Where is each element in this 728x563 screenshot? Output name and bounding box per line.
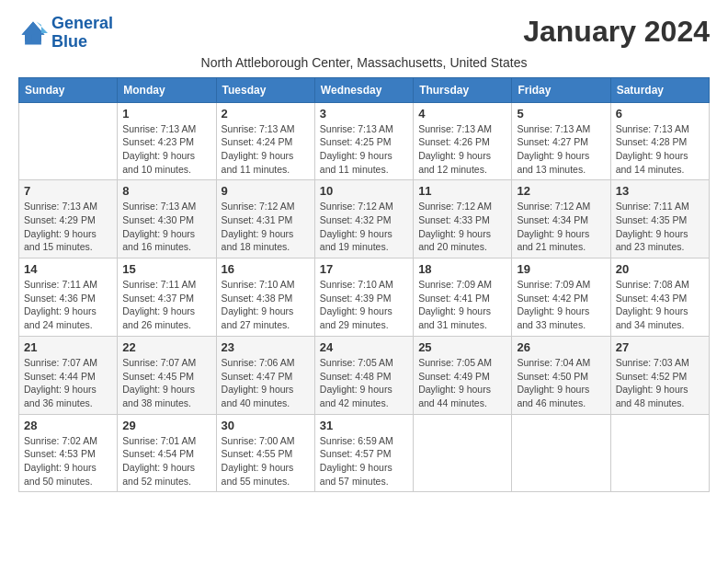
day-number: 4 bbox=[418, 107, 506, 121]
calendar-week-4: 21Sunrise: 7:07 AMSunset: 4:44 PMDayligh… bbox=[19, 336, 710, 414]
calendar-body: 1Sunrise: 7:13 AMSunset: 4:23 PMDaylight… bbox=[19, 102, 710, 492]
day-detail: Sunrise: 7:05 AMSunset: 4:48 PMDaylight:… bbox=[320, 356, 408, 410]
calendar-cell: 9Sunrise: 7:12 AMSunset: 4:31 PMDaylight… bbox=[216, 180, 314, 259]
calendar-cell: 14Sunrise: 7:11 AMSunset: 4:36 PMDayligh… bbox=[19, 259, 118, 337]
calendar-cell: 28Sunrise: 7:02 AMSunset: 4:53 PMDayligh… bbox=[19, 414, 118, 492]
day-number: 10 bbox=[320, 184, 408, 198]
day-number: 3 bbox=[320, 107, 408, 121]
day-detail: Sunrise: 7:13 AMSunset: 4:27 PMDaylight:… bbox=[517, 122, 605, 177]
day-number: 12 bbox=[517, 184, 605, 198]
month-title: January 2024 bbox=[523, 15, 710, 49]
calendar-cell: 25Sunrise: 7:05 AMSunset: 4:49 PMDayligh… bbox=[414, 336, 512, 414]
day-detail: Sunrise: 7:04 AMSunset: 4:50 PMDaylight:… bbox=[517, 356, 605, 410]
calendar-cell: 6Sunrise: 7:13 AMSunset: 4:28 PMDaylight… bbox=[610, 102, 709, 180]
calendar-cell bbox=[414, 414, 512, 492]
day-number: 26 bbox=[517, 340, 605, 354]
calendar-cell bbox=[512, 414, 610, 492]
calendar-cell: 17Sunrise: 7:10 AMSunset: 4:39 PMDayligh… bbox=[314, 259, 413, 337]
calendar-header-friday: Friday bbox=[512, 77, 610, 102]
day-number: 1 bbox=[122, 107, 210, 121]
day-detail: Sunrise: 7:02 AMSunset: 4:53 PMDaylight:… bbox=[24, 434, 112, 488]
day-detail: Sunrise: 7:03 AMSunset: 4:52 PMDaylight:… bbox=[616, 356, 704, 410]
calendar-cell: 1Sunrise: 7:13 AMSunset: 4:23 PMDaylight… bbox=[118, 102, 216, 180]
calendar-week-1: 1Sunrise: 7:13 AMSunset: 4:23 PMDaylight… bbox=[19, 102, 710, 180]
calendar-cell: 10Sunrise: 7:12 AMSunset: 4:32 PMDayligh… bbox=[314, 180, 413, 259]
calendar-cell: 4Sunrise: 7:13 AMSunset: 4:26 PMDaylight… bbox=[414, 102, 512, 180]
calendar-week-2: 7Sunrise: 7:13 AMSunset: 4:29 PMDaylight… bbox=[19, 180, 710, 259]
day-detail: Sunrise: 7:07 AMSunset: 4:45 PMDaylight:… bbox=[122, 356, 210, 410]
day-number: 27 bbox=[616, 340, 704, 354]
calendar-header-sunday: Sunday bbox=[19, 77, 118, 102]
day-detail: Sunrise: 7:11 AMSunset: 4:37 PMDaylight:… bbox=[122, 278, 210, 332]
day-detail: Sunrise: 7:12 AMSunset: 4:34 PMDaylight:… bbox=[517, 200, 605, 254]
day-detail: Sunrise: 7:09 AMSunset: 4:41 PMDaylight:… bbox=[418, 278, 506, 332]
day-detail: Sunrise: 7:12 AMSunset: 4:33 PMDaylight:… bbox=[418, 200, 506, 254]
calendar-cell: 19Sunrise: 7:09 AMSunset: 4:42 PMDayligh… bbox=[512, 259, 610, 337]
day-number: 19 bbox=[517, 262, 605, 276]
day-number: 8 bbox=[122, 184, 210, 198]
calendar-cell: 27Sunrise: 7:03 AMSunset: 4:52 PMDayligh… bbox=[610, 336, 709, 414]
day-number: 31 bbox=[320, 419, 408, 432]
day-detail: Sunrise: 7:05 AMSunset: 4:49 PMDaylight:… bbox=[418, 356, 506, 410]
day-number: 29 bbox=[122, 419, 210, 432]
calendar-header-wednesday: Wednesday bbox=[314, 77, 413, 102]
day-detail: Sunrise: 7:12 AMSunset: 4:31 PMDaylight:… bbox=[222, 200, 310, 254]
logo: General Blue bbox=[18, 15, 113, 52]
calendar-header-thursday: Thursday bbox=[414, 77, 512, 102]
day-detail: Sunrise: 7:01 AMSunset: 4:54 PMDaylight:… bbox=[122, 434, 210, 488]
calendar-cell: 18Sunrise: 7:09 AMSunset: 4:41 PMDayligh… bbox=[414, 259, 512, 337]
day-number: 22 bbox=[122, 340, 210, 354]
calendar-cell: 15Sunrise: 7:11 AMSunset: 4:37 PMDayligh… bbox=[118, 259, 216, 337]
day-detail: Sunrise: 7:13 AMSunset: 4:28 PMDaylight:… bbox=[616, 122, 704, 177]
calendar-cell bbox=[610, 414, 709, 492]
day-detail: Sunrise: 7:09 AMSunset: 4:42 PMDaylight:… bbox=[517, 278, 605, 332]
day-number: 18 bbox=[418, 262, 506, 276]
logo-line1: General bbox=[51, 15, 113, 33]
day-number: 11 bbox=[418, 184, 506, 198]
day-number: 14 bbox=[24, 262, 112, 276]
day-number: 17 bbox=[320, 262, 408, 276]
calendar-cell: 23Sunrise: 7:06 AMSunset: 4:47 PMDayligh… bbox=[216, 336, 314, 414]
day-number: 23 bbox=[222, 340, 310, 354]
day-detail: Sunrise: 7:13 AMSunset: 4:29 PMDaylight:… bbox=[24, 200, 112, 254]
calendar-header-row: SundayMondayTuesdayWednesdayThursdayFrid… bbox=[19, 77, 710, 102]
day-detail: Sunrise: 7:13 AMSunset: 4:30 PMDaylight:… bbox=[122, 200, 210, 254]
calendar-cell: 3Sunrise: 7:13 AMSunset: 4:25 PMDaylight… bbox=[314, 102, 413, 180]
day-number: 16 bbox=[222, 262, 310, 276]
day-number: 30 bbox=[222, 419, 310, 432]
day-detail: Sunrise: 7:07 AMSunset: 4:44 PMDaylight:… bbox=[24, 356, 112, 410]
day-detail: Sunrise: 7:13 AMSunset: 4:24 PMDaylight:… bbox=[222, 122, 310, 177]
day-detail: Sunrise: 7:12 AMSunset: 4:32 PMDaylight:… bbox=[320, 200, 408, 254]
day-number: 9 bbox=[222, 184, 310, 198]
calendar-cell: 2Sunrise: 7:13 AMSunset: 4:24 PMDaylight… bbox=[216, 102, 314, 180]
day-detail: Sunrise: 7:08 AMSunset: 4:43 PMDaylight:… bbox=[616, 278, 704, 332]
day-number: 21 bbox=[24, 340, 112, 354]
day-detail: Sunrise: 7:11 AMSunset: 4:35 PMDaylight:… bbox=[616, 200, 704, 254]
calendar-cell: 22Sunrise: 7:07 AMSunset: 4:45 PMDayligh… bbox=[118, 336, 216, 414]
calendar-cell: 12Sunrise: 7:12 AMSunset: 4:34 PMDayligh… bbox=[512, 180, 610, 259]
calendar-header-monday: Monday bbox=[118, 77, 216, 102]
calendar-cell: 21Sunrise: 7:07 AMSunset: 4:44 PMDayligh… bbox=[19, 336, 118, 414]
calendar-week-3: 14Sunrise: 7:11 AMSunset: 4:36 PMDayligh… bbox=[19, 259, 710, 337]
day-number: 24 bbox=[320, 340, 408, 354]
day-detail: Sunrise: 7:13 AMSunset: 4:26 PMDaylight:… bbox=[418, 122, 506, 177]
day-number: 13 bbox=[616, 184, 704, 198]
day-detail: Sunrise: 7:13 AMSunset: 4:25 PMDaylight:… bbox=[320, 122, 408, 177]
calendar-cell: 24Sunrise: 7:05 AMSunset: 4:48 PMDayligh… bbox=[314, 336, 413, 414]
calendar-cell: 7Sunrise: 7:13 AMSunset: 4:29 PMDaylight… bbox=[19, 180, 118, 259]
logo-line2: Blue bbox=[51, 33, 113, 52]
calendar-cell: 8Sunrise: 7:13 AMSunset: 4:30 PMDaylight… bbox=[118, 180, 216, 259]
day-number: 5 bbox=[517, 107, 605, 121]
day-number: 25 bbox=[418, 340, 506, 354]
logo-icon bbox=[18, 18, 48, 48]
calendar-header-tuesday: Tuesday bbox=[216, 77, 314, 102]
calendar-cell: 16Sunrise: 7:10 AMSunset: 4:38 PMDayligh… bbox=[216, 259, 314, 337]
day-number: 28 bbox=[24, 419, 112, 432]
day-detail: Sunrise: 7:10 AMSunset: 4:39 PMDaylight:… bbox=[320, 278, 408, 332]
calendar-cell: 13Sunrise: 7:11 AMSunset: 4:35 PMDayligh… bbox=[610, 180, 709, 259]
calendar-header-saturday: Saturday bbox=[610, 77, 709, 102]
day-detail: Sunrise: 7:13 AMSunset: 4:23 PMDaylight:… bbox=[122, 122, 210, 177]
page-header: General Blue January 2024 bbox=[18, 15, 710, 52]
day-number: 15 bbox=[122, 262, 210, 276]
day-detail: Sunrise: 6:59 AMSunset: 4:57 PMDaylight:… bbox=[320, 434, 408, 488]
